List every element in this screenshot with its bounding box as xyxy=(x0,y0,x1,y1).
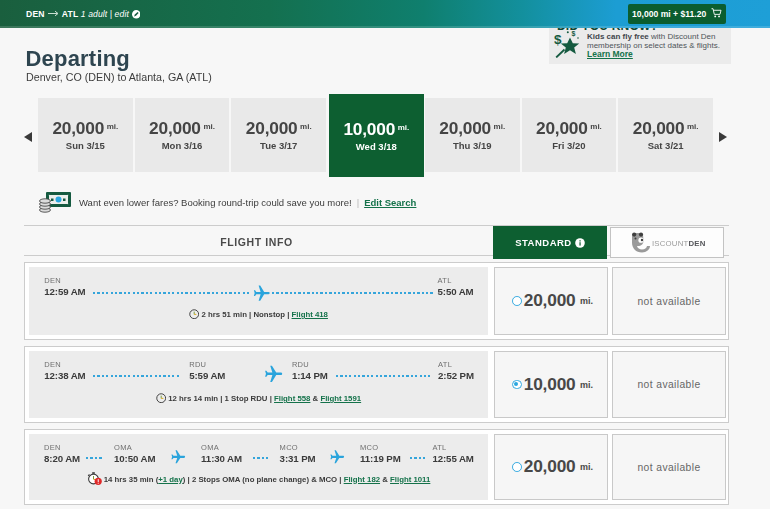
svg-text:$: $ xyxy=(554,32,562,47)
svg-text:$: $ xyxy=(572,30,576,38)
